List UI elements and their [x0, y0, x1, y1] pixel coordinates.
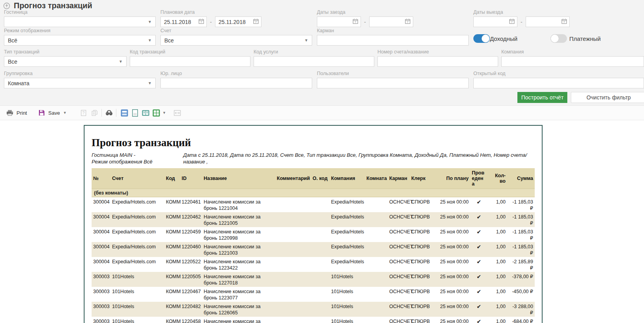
cell-comment: [275, 257, 311, 272]
cell-pocket: ОСНСЧЕТ: [388, 212, 410, 227]
payment-toggle-label: Платежный: [569, 35, 601, 42]
pocket-input[interactable]: [317, 35, 469, 46]
grouping-select[interactable]: Комната ▼: [4, 78, 156, 88]
income-toggle-switch[interactable]: [473, 34, 490, 43]
table-row[interactable]: 300003101HotelsКОММ1220505Начисление ком…: [92, 272, 535, 287]
calendar-icon[interactable]: 7: [253, 18, 259, 25]
single-page-view-button[interactable]: [131, 109, 139, 117]
hotel-select[interactable]: ▼: [4, 17, 156, 27]
cell-num: 300004: [92, 227, 110, 242]
transaction-code-input[interactable]: [130, 56, 250, 67]
company-filter: Компания: [501, 49, 644, 67]
departure-date-to-input[interactable]: 7: [526, 17, 570, 27]
transaction-type-value: Все: [8, 59, 17, 65]
table-row[interactable]: 300004Expedia/Hotels.comКОММ1220460Начис…: [92, 242, 535, 257]
service-code-label: Код услуги: [254, 49, 374, 55]
cell-done: ✔: [470, 302, 488, 317]
build-report-button[interactable]: Построить отчёт: [517, 92, 567, 103]
cell-ocode: [311, 287, 329, 302]
table-row[interactable]: 300003101HotelsКОММ1220482Начисление ком…: [92, 302, 535, 317]
cell-comment: [275, 302, 311, 317]
continuous-view-button[interactable]: [121, 109, 128, 117]
cell-comment: [275, 317, 311, 323]
account-select[interactable]: Все ▼: [160, 35, 312, 46]
table-row[interactable]: 300004Expedia/Hotels.comКОММ1220459Начис…: [92, 227, 535, 242]
transaction-type-select[interactable]: Все ▼: [4, 56, 127, 67]
chevron-down-icon: ▼: [304, 38, 308, 42]
calendar-icon[interactable]: 7: [353, 18, 358, 25]
arrival-date-from-input[interactable]: 7: [317, 17, 361, 27]
display-mode-select[interactable]: Всё ▼: [4, 35, 156, 46]
svg-text:7: 7: [201, 21, 202, 24]
legal-entity-label: Юр. лицо: [160, 71, 312, 77]
arrival-date-to-input[interactable]: 7: [369, 17, 413, 27]
column-header-num: №: [92, 168, 110, 189]
chevron-down-icon: ▼: [148, 81, 152, 85]
cell-qty: 1,00: [488, 272, 507, 287]
cell-code: КОММ: [164, 227, 180, 242]
planned-date-from-input[interactable]: 25.11.2018 7: [160, 17, 207, 27]
collapse-panel-icon[interactable]: [3, 2, 10, 9]
cell-done: ✔: [470, 227, 488, 242]
transaction-type-filter: Тип транзакций Все ▼: [4, 49, 127, 67]
column-header-ocode: О. код: [311, 168, 329, 189]
toolbar-separator: [101, 109, 102, 117]
report-page: Прогноз транзакций Гостиница MAIN - Режи…: [84, 125, 543, 323]
departure-date-from-input[interactable]: 7: [473, 17, 517, 27]
cell-pocket: ОСНСЧЕТ: [388, 227, 410, 242]
print-button[interactable]: Print: [3, 107, 29, 118]
cell-ocode: [311, 272, 329, 287]
calendar-icon[interactable]: 7: [405, 18, 410, 25]
account-select-value: Все: [164, 37, 174, 44]
cell-comment: [275, 287, 311, 302]
income-toggle[interactable]: Доходный: [473, 34, 517, 43]
date-range-dash: -: [210, 19, 212, 25]
cell-qty: 1,00: [488, 242, 507, 257]
service-code-input[interactable]: [254, 56, 374, 67]
cell-company: Expedia/Hotels: [329, 242, 365, 257]
report-mode-line: Режим отображения Всё: [92, 158, 183, 165]
svg-text:7: 7: [511, 21, 513, 24]
multi-page-view-button[interactable]: [153, 109, 160, 117]
open-code-input[interactable]: [473, 78, 644, 88]
payment-toggle-switch[interactable]: [550, 34, 567, 43]
cell-company: Expedia/Hotels: [329, 227, 365, 242]
transaction-code-filter: Код транзакций: [130, 49, 250, 67]
panel-header: Прогноз транзакций: [3, 1, 92, 10]
open-code-label: Открытый код: [473, 71, 644, 77]
legal-entity-input[interactable]: [160, 78, 312, 88]
payment-toggle[interactable]: Платежный: [550, 34, 601, 43]
calendar-icon[interactable]: 7: [509, 18, 515, 25]
cell-planned: 25 ноя 00:00: [432, 317, 470, 323]
calendar-icon[interactable]: 7: [199, 18, 204, 25]
find-icon[interactable]: [105, 109, 113, 117]
company-input[interactable]: [501, 56, 644, 67]
two-page-view-button[interactable]: [142, 109, 149, 117]
save-button[interactable]: Save ▼: [35, 107, 69, 118]
cell-ocode: [311, 212, 329, 227]
cell-name: Начисление комиссии за бронь 1223077: [202, 287, 275, 302]
table-row[interactable]: 300003101HotelsКОММ1220458Начисление ком…: [92, 317, 535, 323]
cell-name: Начисление комиссии за бронь 1201890: [202, 317, 275, 323]
cell-account: Expedia/Hotels.com: [110, 257, 164, 272]
print-button-label: Print: [17, 110, 27, 116]
calendar-icon[interactable]: 7: [561, 18, 567, 25]
report-subtitle: Гостиница MAIN - Режим отображения Всё Д…: [92, 152, 535, 165]
save-icon: [37, 109, 46, 117]
table-row[interactable]: 300003101HotelsКОММ1220467Начисление ком…: [92, 287, 535, 302]
cell-clerk: СПЮРВ: [410, 257, 432, 272]
chevron-down-icon[interactable]: ▼: [162, 111, 166, 115]
planned-date-to-input[interactable]: 25.11.2018 7: [215, 17, 261, 27]
table-row[interactable]: 300004Expedia/Hotels.comКОММ1220461Начис…: [92, 197, 535, 212]
cell-name: Начисление комиссии за бронь 1221005: [202, 212, 275, 227]
arrival-dates-filter: Даты заезда 7 - 7: [317, 9, 413, 27]
account-number-input[interactable]: [377, 56, 498, 67]
cell-done: ✔: [470, 212, 488, 227]
table-row[interactable]: 300004Expedia/Hotels.comКОММ1220522Начис…: [92, 257, 535, 272]
report-title: Прогноз транзакций: [92, 136, 535, 149]
cell-qty: 1,00: [488, 317, 507, 323]
table-row[interactable]: 300004Expedia/Hotels.comКОММ1220462Начис…: [92, 212, 535, 227]
users-input[interactable]: [317, 78, 469, 88]
clear-filter-button[interactable]: Очистить фильтр: [571, 92, 644, 103]
cell-comment: [275, 212, 311, 227]
